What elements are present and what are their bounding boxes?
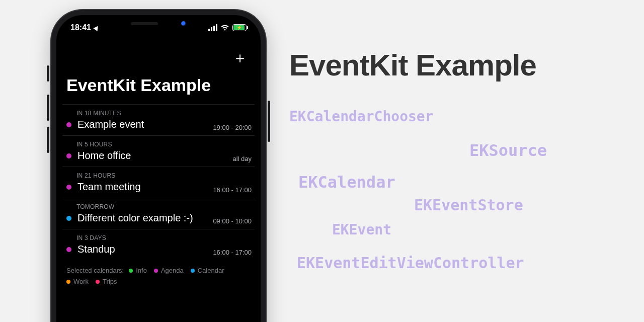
calendar-dot <box>191 269 195 273</box>
volume-up-btn <box>47 95 49 121</box>
event-relative-time: TOMORROW <box>76 203 251 210</box>
charging-icon: ⚡ <box>236 25 242 30</box>
api-tag-event-store: EKEventStore <box>414 196 523 214</box>
calendar-color-dot <box>66 153 71 158</box>
mute-switch <box>47 65 49 82</box>
calendar-name: Info <box>136 265 147 276</box>
api-tag-event-edit-vc: EKEventEditViewController <box>297 254 524 272</box>
event-row[interactable]: IN 18 MINUTES Example event 19:00 - 20:0… <box>62 104 255 135</box>
calendar-dot <box>154 269 158 273</box>
calendar-color-dot <box>66 122 71 127</box>
event-relative-time: IN 5 HOURS <box>76 141 251 148</box>
event-title: Standup <box>77 244 115 255</box>
status-left: 18:41 <box>70 23 99 32</box>
nav-bar: ＋ <box>62 41 255 69</box>
calendar-chip: Trips <box>96 276 117 287</box>
api-tag-event: EKEvent <box>332 221 391 238</box>
selected-calendars-footer: Selected calendars: Info Agenda Calendar… <box>62 265 255 287</box>
calendar-dot <box>66 280 70 284</box>
event-row[interactable]: IN 5 HOURS Home office all day <box>62 135 255 167</box>
calendar-chip: Calendar <box>191 265 224 276</box>
api-tag-source: EKSource <box>469 141 547 160</box>
event-time-range: 09:00 - 10:00 <box>213 217 252 225</box>
calendar-dot <box>96 280 100 284</box>
event-relative-time: IN 18 MINUTES <box>76 110 251 117</box>
phone-body: 18:41 ⚡ ＋ EventKit Exam <box>51 10 266 322</box>
calendar-name: Calendar <box>198 265 224 276</box>
event-row[interactable]: TOMORROW Different color example :-) 09:… <box>62 198 255 229</box>
calendar-name: Work <box>73 276 89 287</box>
volume-down-btn <box>47 127 49 153</box>
front-camera <box>181 21 186 26</box>
calendar-color-dot <box>66 247 71 252</box>
event-time-range: 19:00 - 20:00 <box>213 124 252 131</box>
status-right: ⚡ <box>208 24 247 31</box>
calendar-chip: Agenda <box>154 265 184 276</box>
power-button <box>268 101 270 142</box>
event-row[interactable]: IN 21 HOURS Team meeting 16:00 - 17:00 <box>62 167 255 198</box>
event-relative-time: IN 3 DAYS <box>76 234 251 242</box>
calendar-color-dot <box>66 185 71 190</box>
api-tag-calendar: EKCalendar <box>298 173 395 192</box>
calendar-dot <box>129 269 133 273</box>
event-title: Team meeting <box>77 181 141 193</box>
app-screen: ＋ EventKit Example IN 18 MINUTES Example… <box>56 41 261 322</box>
notch <box>106 15 211 32</box>
calendar-name: Trips <box>103 276 117 287</box>
event-list: IN 18 MINUTES Example event 19:00 - 20:0… <box>62 104 255 260</box>
calendar-chip: Work <box>66 276 89 287</box>
event-time-range: 16:00 - 17:00 <box>213 186 252 194</box>
calendar-chip: Info <box>129 265 147 276</box>
event-title: Example event <box>77 119 144 130</box>
location-icon <box>93 24 100 31</box>
calendar-name: Agenda <box>161 265 184 276</box>
event-row[interactable]: IN 3 DAYS Standup 16:00 - 17:00 <box>62 229 255 260</box>
event-time-range: all day <box>232 155 252 163</box>
api-tag-calendar-chooser: EKCalendarChooser <box>289 108 434 125</box>
event-time-range: 16:00 - 17:00 <box>213 249 252 256</box>
status-time: 18:41 <box>70 23 91 32</box>
event-title: Different color example :-) <box>77 212 193 224</box>
event-title: Home office <box>77 150 131 162</box>
add-event-button[interactable]: ＋ <box>232 50 248 65</box>
calendar-color-dot <box>66 216 71 221</box>
phone-mockup: 18:41 ⚡ ＋ EventKit Exam <box>45 10 272 322</box>
wifi-icon <box>220 24 229 31</box>
event-relative-time: IN 21 HOURS <box>76 172 251 179</box>
earpiece <box>131 22 158 25</box>
page-title: EventKit Example <box>289 48 631 83</box>
selected-calendars-label: Selected calendars: <box>66 267 124 274</box>
battery-icon: ⚡ <box>232 24 247 31</box>
app-title: EventKit Example <box>62 69 255 104</box>
headline-panel: EventKit Example EKCalendarChooser EKSou… <box>289 48 631 105</box>
